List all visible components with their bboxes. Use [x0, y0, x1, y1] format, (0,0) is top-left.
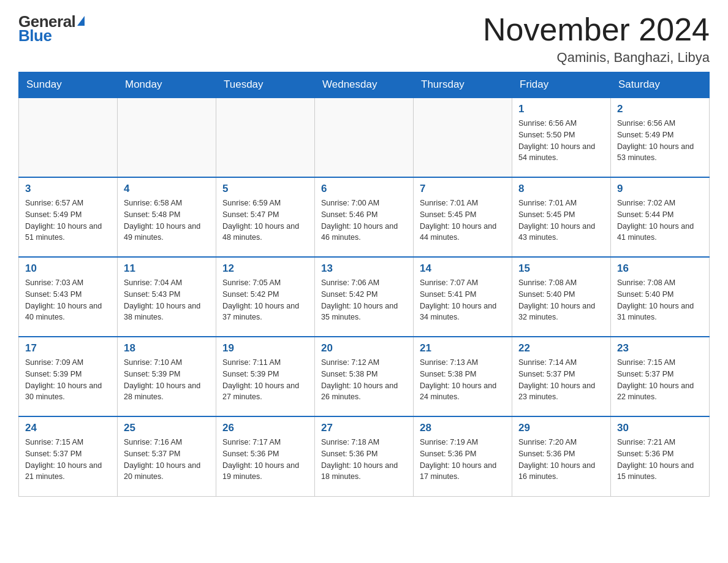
calendar-cell: 24Sunrise: 7:15 AMSunset: 5:37 PMDayligh…: [19, 416, 118, 496]
calendar-cell: [19, 98, 118, 177]
calendar-cell: 3Sunrise: 6:57 AMSunset: 5:49 PMDaylight…: [19, 177, 118, 257]
day-number: 6: [321, 183, 407, 195]
week-row-1: 1Sunrise: 6:56 AMSunset: 5:50 PMDaylight…: [19, 98, 710, 177]
calendar-header-monday: Monday: [118, 72, 216, 98]
day-info: Sunrise: 7:15 AMSunset: 5:37 PMDaylight:…: [617, 357, 703, 403]
day-info: Sunrise: 7:16 AMSunset: 5:37 PMDaylight:…: [124, 437, 210, 483]
week-row-4: 17Sunrise: 7:09 AMSunset: 5:39 PMDayligh…: [19, 337, 710, 416]
calendar-cell: 14Sunrise: 7:07 AMSunset: 5:41 PMDayligh…: [414, 257, 512, 337]
day-number: 23: [617, 342, 703, 354]
calendar-cell: 10Sunrise: 7:03 AMSunset: 5:43 PMDayligh…: [19, 257, 118, 337]
day-info: Sunrise: 7:18 AMSunset: 5:36 PMDaylight:…: [321, 437, 407, 483]
calendar-cell: 25Sunrise: 7:16 AMSunset: 5:37 PMDayligh…: [118, 416, 216, 496]
week-row-2: 3Sunrise: 6:57 AMSunset: 5:49 PMDaylight…: [19, 177, 710, 257]
day-number: 24: [25, 422, 111, 434]
day-number: 7: [420, 183, 506, 195]
day-info: Sunrise: 7:09 AMSunset: 5:39 PMDaylight:…: [25, 357, 111, 403]
day-number: 14: [420, 262, 506, 275]
calendar-cell: 4Sunrise: 6:58 AMSunset: 5:48 PMDaylight…: [118, 177, 216, 257]
calendar-cell: 23Sunrise: 7:15 AMSunset: 5:37 PMDayligh…: [611, 337, 710, 416]
calendar-cell: 9Sunrise: 7:02 AMSunset: 5:44 PMDaylight…: [611, 177, 710, 257]
day-number: 29: [518, 422, 604, 434]
calendar-header-saturday: Saturday: [611, 72, 710, 98]
day-number: 26: [222, 422, 308, 434]
day-info: Sunrise: 7:14 AMSunset: 5:37 PMDaylight:…: [518, 357, 604, 403]
calendar-cell: [315, 98, 414, 177]
day-number: 15: [518, 262, 604, 275]
day-number: 21: [420, 342, 506, 354]
day-number: 25: [124, 422, 210, 434]
day-number: 16: [617, 262, 703, 275]
day-number: 3: [25, 183, 111, 195]
month-title: November 2024: [483, 12, 710, 47]
calendar-cell: 22Sunrise: 7:14 AMSunset: 5:37 PMDayligh…: [512, 337, 611, 416]
day-info: Sunrise: 7:04 AMSunset: 5:43 PMDaylight:…: [124, 277, 210, 323]
calendar-header-sunday: Sunday: [19, 72, 118, 98]
day-number: 12: [222, 262, 308, 275]
day-info: Sunrise: 7:20 AMSunset: 5:36 PMDaylight:…: [518, 437, 604, 483]
calendar-header-thursday: Thursday: [414, 72, 512, 98]
logo-blue-text: Blue: [18, 26, 51, 45]
day-info: Sunrise: 7:05 AMSunset: 5:42 PMDaylight:…: [222, 277, 308, 323]
day-number: 13: [321, 262, 407, 275]
day-number: 19: [222, 342, 308, 354]
day-number: 18: [124, 342, 210, 354]
day-number: 22: [518, 342, 604, 354]
calendar-cell: 20Sunrise: 7:12 AMSunset: 5:38 PMDayligh…: [315, 337, 414, 416]
page-header: General Blue November 2024 Qaminis, Bang…: [18, 12, 710, 66]
calendar-cell: 26Sunrise: 7:17 AMSunset: 5:36 PMDayligh…: [216, 416, 315, 496]
calendar-cell: 17Sunrise: 7:09 AMSunset: 5:39 PMDayligh…: [19, 337, 118, 416]
calendar-cell: 7Sunrise: 7:01 AMSunset: 5:45 PMDaylight…: [414, 177, 512, 257]
calendar-cell: 11Sunrise: 7:04 AMSunset: 5:43 PMDayligh…: [118, 257, 216, 337]
day-number: 20: [321, 342, 407, 354]
calendar-cell: 19Sunrise: 7:11 AMSunset: 5:39 PMDayligh…: [216, 337, 315, 416]
calendar-header-wednesday: Wednesday: [315, 72, 414, 98]
calendar-cell: 6Sunrise: 7:00 AMSunset: 5:46 PMDaylight…: [315, 177, 414, 257]
day-number: 28: [420, 422, 506, 434]
day-info: Sunrise: 6:56 AMSunset: 5:50 PMDaylight:…: [518, 118, 604, 164]
day-info: Sunrise: 7:10 AMSunset: 5:39 PMDaylight:…: [124, 357, 210, 403]
calendar-cell: 21Sunrise: 7:13 AMSunset: 5:38 PMDayligh…: [414, 337, 512, 416]
day-info: Sunrise: 7:19 AMSunset: 5:36 PMDaylight:…: [420, 437, 506, 483]
calendar-cell: 18Sunrise: 7:10 AMSunset: 5:39 PMDayligh…: [118, 337, 216, 416]
day-info: Sunrise: 7:08 AMSunset: 5:40 PMDaylight:…: [617, 277, 703, 323]
day-number: 9: [617, 183, 703, 195]
calendar-cell: 30Sunrise: 7:21 AMSunset: 5:36 PMDayligh…: [611, 416, 710, 496]
day-number: 1: [518, 103, 604, 115]
calendar-cell: 29Sunrise: 7:20 AMSunset: 5:36 PMDayligh…: [512, 416, 611, 496]
day-info: Sunrise: 7:15 AMSunset: 5:37 PMDaylight:…: [25, 437, 111, 483]
day-info: Sunrise: 7:01 AMSunset: 5:45 PMDaylight:…: [518, 197, 604, 243]
day-info: Sunrise: 7:08 AMSunset: 5:40 PMDaylight:…: [518, 277, 604, 323]
day-number: 10: [25, 262, 111, 275]
day-info: Sunrise: 6:56 AMSunset: 5:49 PMDaylight:…: [617, 118, 703, 164]
calendar-cell: 2Sunrise: 6:56 AMSunset: 5:49 PMDaylight…: [611, 98, 710, 177]
day-info: Sunrise: 7:13 AMSunset: 5:38 PMDaylight:…: [420, 357, 506, 403]
day-number: 8: [518, 183, 604, 195]
day-info: Sunrise: 7:06 AMSunset: 5:42 PMDaylight:…: [321, 277, 407, 323]
calendar-cell: 1Sunrise: 6:56 AMSunset: 5:50 PMDaylight…: [512, 98, 611, 177]
calendar-header-friday: Friday: [512, 72, 611, 98]
day-info: Sunrise: 7:12 AMSunset: 5:38 PMDaylight:…: [321, 357, 407, 403]
calendar-cell: 15Sunrise: 7:08 AMSunset: 5:40 PMDayligh…: [512, 257, 611, 337]
day-info: Sunrise: 7:11 AMSunset: 5:39 PMDaylight:…: [222, 357, 308, 403]
calendar-cell: 13Sunrise: 7:06 AMSunset: 5:42 PMDayligh…: [315, 257, 414, 337]
day-info: Sunrise: 7:00 AMSunset: 5:46 PMDaylight:…: [321, 197, 407, 243]
day-info: Sunrise: 7:03 AMSunset: 5:43 PMDaylight:…: [25, 277, 111, 323]
logo: General Blue: [18, 12, 85, 45]
calendar-cell: 12Sunrise: 7:05 AMSunset: 5:42 PMDayligh…: [216, 257, 315, 337]
location-subtitle: Qaminis, Banghazi, Libya: [483, 50, 710, 66]
day-number: 17: [25, 342, 111, 354]
logo-triangle-icon: [77, 16, 85, 26]
calendar-header-tuesday: Tuesday: [216, 72, 315, 98]
day-number: 11: [124, 262, 210, 275]
calendar-cell: 8Sunrise: 7:01 AMSunset: 5:45 PMDaylight…: [512, 177, 611, 257]
calendar-cell: [118, 98, 216, 177]
day-info: Sunrise: 6:58 AMSunset: 5:48 PMDaylight:…: [124, 197, 210, 243]
day-info: Sunrise: 6:59 AMSunset: 5:47 PMDaylight:…: [222, 197, 308, 243]
calendar-header-row: SundayMondayTuesdayWednesdayThursdayFrid…: [19, 72, 710, 98]
calendar-cell: 28Sunrise: 7:19 AMSunset: 5:36 PMDayligh…: [414, 416, 512, 496]
day-number: 2: [617, 103, 703, 115]
week-row-3: 10Sunrise: 7:03 AMSunset: 5:43 PMDayligh…: [19, 257, 710, 337]
day-info: Sunrise: 7:17 AMSunset: 5:36 PMDaylight:…: [222, 437, 308, 483]
day-number: 27: [321, 422, 407, 434]
